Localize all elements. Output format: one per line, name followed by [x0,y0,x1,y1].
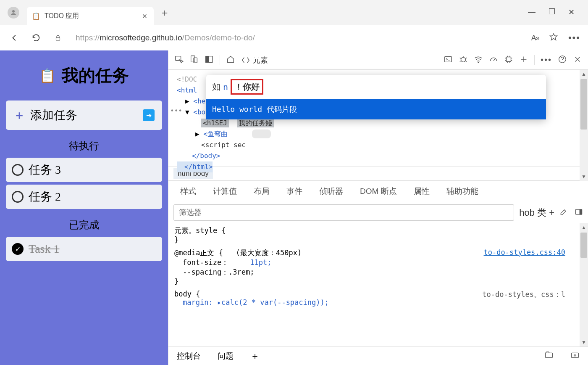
minimize-icon[interactable]: — [528,8,536,17]
svg-point-8 [461,57,465,62]
source-link[interactable]: to-do-styles。css：l [482,290,565,299]
add-tab-icon[interactable] [519,55,528,66]
brush-icon[interactable] [559,208,568,218]
close-tab-icon[interactable]: × [142,11,147,21]
styles-filter-row: hob 类 + [168,202,588,223]
devtools-more-icon[interactable]: ••• [541,55,552,65]
dom-tree[interactable]: ••• <!DOC <html ▶ <he ▼ <bo <h1SEJ 我的任务鳗… [168,70,580,167]
task-item-done[interactable]: ✓ Task 1 [6,237,162,261]
unchecked-circle-icon[interactable] [12,191,24,203]
dom-more-icon[interactable]: ••• [170,107,182,115]
maximize-icon[interactable] [549,8,555,17]
done-section-label: 已完成 [6,218,162,232]
refresh-button[interactable] [29,31,43,45]
task-name: 任务 3 [29,162,61,178]
clipboard-icon: 📋 [32,12,40,20]
browser-titlebar: 📋 TODO 应用 × ＋ — ✕ [0,0,588,25]
new-tab-button[interactable]: ＋ [160,6,170,19]
styles-pane[interactable]: 元素。style { } to-do-styles.css:40 @media正… [168,223,580,346]
arrow-right-icon[interactable]: ➔ [143,109,155,121]
todo-section-label: 待执行 [6,139,162,153]
profile-avatar[interactable] [8,7,19,19]
styles-filter-input[interactable] [173,204,514,221]
task-item[interactable]: 任务 2 [6,185,162,209]
tab-title: TODO 应用 [45,12,79,21]
subtab-layout[interactable]: 布局 [254,186,270,197]
address-bar: https://microsoftedge.github.io/Demos/de… [0,25,588,50]
devtools-panel: 元素 ••• ••• <!DOC <html ▶ <he ▼ <bo [168,50,588,365]
elements-scrollbar[interactable]: ▲ ▼ [580,70,588,181]
lock-icon[interactable] [51,31,65,45]
drawer-console-tab[interactable]: 控制台 [177,351,201,362]
add-task-button[interactable]: ＋ 添加任务 ➔ [6,101,162,130]
source-link[interactable]: to-do-styles.css:40 [484,248,565,257]
app-title: 我的任务 [62,64,129,87]
back-button[interactable] [8,31,21,45]
todo-app-pane: 📋 我的任务 ＋ 添加任务 ➔ 待执行 任务 3 任务 2 已完成 ✓ Task… [0,50,168,365]
inspect-icon[interactable] [174,55,184,66]
svg-rect-13 [580,209,582,214]
add-task-label: 添加任务 [30,107,138,123]
checked-circle-icon[interactable]: ✓ [12,243,24,255]
svg-rect-10 [506,57,511,61]
svg-rect-1 [56,37,60,40]
memory-icon[interactable] [504,55,513,66]
close-window-icon[interactable]: ✕ [568,8,575,17]
subtab-dom-bp[interactable]: DOM 断点 [360,186,397,197]
subtab-computed[interactable]: 计算值 [213,186,237,197]
subtab-styles[interactable]: 样式 [180,186,196,197]
hob-class-label[interactable]: hob 类 + [519,206,554,219]
drawer-issues-tab[interactable]: 问题 [218,351,234,362]
styles-subtabs: 样式 计算值 布局 事件 侦听器 DOM 断点 属性 辅助功能 [168,181,588,202]
svg-point-9 [478,62,479,63]
drawer-folder-icon[interactable] [544,350,554,362]
drawer-expand-icon[interactable] [570,350,580,362]
autocomplete-overlay: 如 n ！你好 Hello world 代码片段 [206,75,546,119]
browser-tab[interactable]: 📋 TODO 应用 × [27,7,154,25]
clipboard-icon: 📋 [39,68,56,84]
svg-rect-6 [206,56,209,62]
highlight-box: ！你好 [231,79,263,95]
panel-right-icon[interactable] [575,208,583,218]
console-icon[interactable] [444,55,453,66]
favorite-icon[interactable] [549,32,558,43]
bug-icon[interactable] [459,55,468,66]
close-devtools-icon[interactable] [573,55,582,66]
subtab-listeners[interactable]: 侦听器 [319,186,343,197]
network-icon[interactable] [474,55,483,66]
url-display[interactable]: https://microsoftedge.github.io/Demos/de… [76,33,255,42]
performance-icon[interactable] [489,55,498,66]
window-controls: — ✕ [514,0,588,24]
more-menu-icon[interactable]: ••• [568,32,580,43]
plus-icon: ＋ [13,107,25,123]
read-aloud-icon[interactable]: A» [531,34,539,42]
subtab-a11y[interactable]: 辅助功能 [446,186,478,197]
subtab-event[interactable]: 事件 [286,186,302,197]
svg-point-0 [12,10,15,13]
autocomplete-item[interactable]: Hello world 代码片段 [206,99,546,119]
add-drawer-tab-icon[interactable]: ＋ [250,350,260,362]
elements-tab[interactable]: 元素 [241,55,268,65]
styles-scrollbar[interactable]: ▲ ▼ [580,223,588,346]
svg-rect-7 [445,56,452,62]
svg-rect-3 [191,56,195,62]
welcome-icon[interactable] [226,55,235,66]
devtools-drawer: 控制台 问题 ＋ [168,346,588,365]
unchecked-circle-icon[interactable] [12,164,24,176]
task-name: Task 1 [29,242,59,256]
device-icon[interactable] [189,55,199,66]
task-item[interactable]: 任务 3 [6,158,162,182]
svg-rect-14 [546,353,553,357]
subtab-props[interactable]: 属性 [414,186,430,197]
devtools-toolbar: 元素 ••• [168,50,588,70]
dock-icon[interactable] [205,55,214,66]
help-icon[interactable] [558,55,567,66]
task-name: 任务 2 [29,189,61,205]
